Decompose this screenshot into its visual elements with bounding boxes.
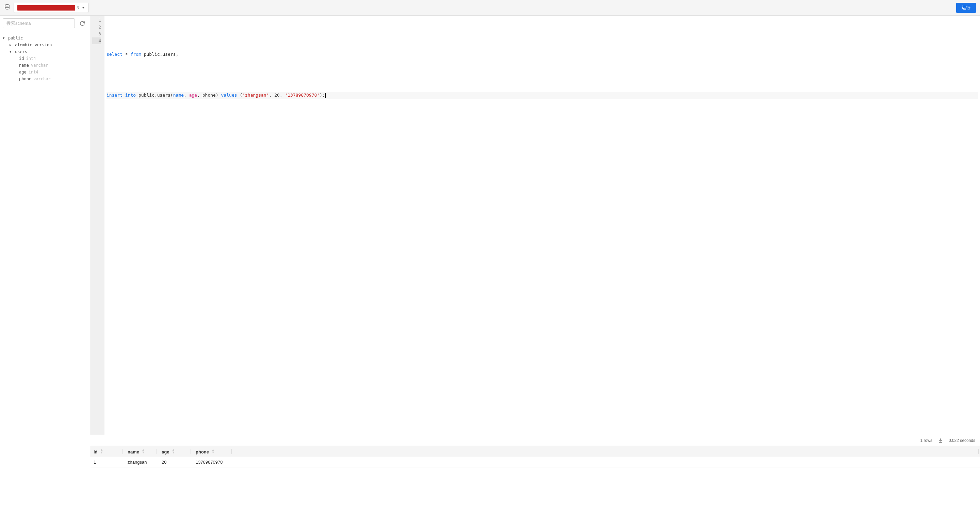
results-table: id ▲▼ name ▲▼ age ▲▼ [90,446,980,467]
table-node-alembic-version[interactable]: ▶ alembic_version [0,41,90,48]
table-name: users [15,49,27,54]
results-status-bar: 1 rows 0.022 seconds [90,435,980,446]
results-column-header[interactable]: name ▲▼ [124,446,158,457]
results-cell: 13789870978 [192,457,233,467]
editor-code[interactable]: select * from public.users; insert into … [105,16,980,435]
results-column-header[interactable]: id ▲▼ [90,446,124,457]
schema-tree: ▼ public ▶ alembic_version ▼ users id in… [0,33,90,84]
results-column-spacer [233,446,980,457]
column-type: int4 [26,56,36,61]
table-name: alembic_version [15,43,52,47]
caret-right-icon: ▶ [10,43,14,47]
column-node[interactable]: age int4 [0,69,90,76]
code-line: select * from public.users; [107,51,978,58]
caret-down-icon [82,7,85,8]
results-cell: zhangsan [124,457,158,467]
column-node[interactable]: id int4 [0,55,90,62]
column-name: age [19,70,27,75]
column-type: varchar [31,63,48,68]
database-name-redacted [18,5,75,11]
database-icon [4,4,10,11]
code-line [107,31,978,37]
column-name: id [19,56,24,61]
results-row[interactable]: 1 zhangsan 20 13789870978 [90,457,980,467]
results-row-count: 1 rows [920,438,932,443]
column-type: varchar [33,76,51,81]
results-column-header[interactable]: phone ▲▼ [192,446,233,457]
column-name: phone [19,76,31,81]
column-node[interactable]: phone varchar [0,76,90,83]
column-type: int4 [29,70,38,75]
run-button[interactable]: 运行 [956,3,976,13]
svg-point-0 [5,5,9,6]
code-line: insert into public.users(name, age, phon… [107,92,978,98]
text-cursor [325,93,326,98]
caret-down-icon: ▼ [10,50,14,53]
results-panel: 1 rows 0.022 seconds id ▲▼ [90,435,980,530]
sort-icon: ▲▼ [142,448,145,454]
schema-sidebar: ▼ public ▶ alembic_version ▼ users id in… [0,16,90,530]
code-line [107,71,978,78]
column-name: name [19,63,29,68]
schema-name: public [8,36,23,40]
table-node-users[interactable]: ▼ users [0,48,90,55]
top-toolbar: 3 运行 [0,0,980,16]
column-node[interactable]: name varchar [0,62,90,69]
results-cell [233,457,980,467]
schema-node-public[interactable]: ▼ public [0,35,90,41]
results-cell: 1 [90,457,124,467]
refresh-schema-button[interactable] [78,19,87,28]
line-number: 1 [92,17,101,24]
sort-icon: ▲▼ [212,448,215,454]
database-selector[interactable]: 3 [14,3,89,13]
database-name-tail: 3 [76,5,79,10]
caret-down-icon: ▼ [3,36,7,40]
results-header-row: id ▲▼ name ▲▼ age ▲▼ [90,446,980,457]
results-query-time: 0.022 seconds [949,438,975,443]
line-number: 4 [92,37,101,44]
sort-icon: ▲▼ [100,448,103,454]
editor-gutter: 1 2 3 4 [90,16,105,435]
results-column-header[interactable]: age ▲▼ [158,446,192,457]
results-cell: 20 [158,457,192,467]
sort-icon: ▲▼ [172,448,175,454]
line-number: 2 [92,24,101,31]
line-number: 3 [92,31,101,37]
schema-search-input[interactable] [3,18,75,28]
sql-editor[interactable]: 1 2 3 4 select * from public.users; inse… [90,16,980,435]
download-icon[interactable] [938,438,943,443]
